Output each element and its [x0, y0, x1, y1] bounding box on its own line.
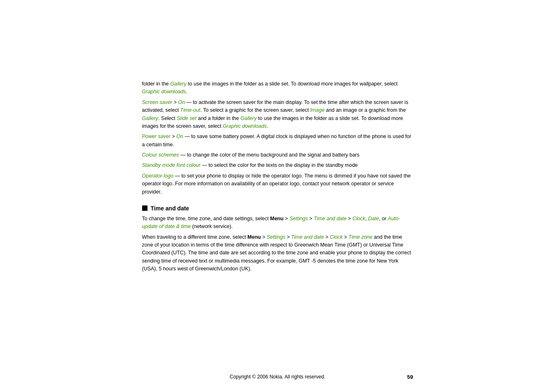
date-link: Date [368, 216, 379, 221]
operator-logo-label: Operator logo [142, 173, 173, 179]
page-number: 59 [407, 374, 413, 380]
footer: Copyright © 2006 Nokia. All rights reser… [0, 367, 555, 392]
colour-schemes-label: Colour schemes [142, 152, 179, 158]
graphic-downloads-link-1: Graphic downloads [142, 89, 186, 95]
gallery-link-1: Gallery [170, 81, 187, 87]
clock-link-2: Clock [330, 234, 343, 240]
power-saver-label: Power saver [142, 134, 170, 139]
clock-link-1: Clock [352, 216, 365, 221]
paragraph-colour-schemes: Colour schemes — to change the color of … [142, 151, 413, 159]
section-title: Time and date [151, 205, 189, 212]
image-label: Image [310, 107, 325, 113]
menu-label-1: Menu [270, 216, 284, 221]
screen-saver-label: Screen saver [142, 99, 173, 105]
paragraph-power-saver: Power saver > On — to save some battery … [142, 133, 413, 149]
footer-inner: Copyright © 2006 Nokia. All rights reser… [142, 374, 413, 380]
paragraph-gallery: folder in the Gallery to use the images … [142, 80, 413, 96]
section-square-icon [142, 205, 147, 211]
gallery-link-2: Gallery [142, 115, 159, 121]
section-heading-time-and-date: Time and date [142, 205, 413, 212]
paragraph-operator-logo: Operator logo — to set your phone to dis… [142, 172, 413, 196]
paragraph-screen-saver: Screen saver > On — to activate the scre… [142, 99, 413, 131]
time-and-date-link-2: Time and date [291, 234, 324, 240]
on-label-1: On [178, 99, 185, 105]
copyright-text: Copyright © 2006 Nokia. All rights reser… [142, 374, 413, 380]
gallery-link-3: Gallery [240, 115, 257, 121]
slide-set-label: Slide set [177, 115, 196, 121]
on-label-2: On [176, 134, 183, 139]
time-and-date-link-1: Time and date [314, 216, 347, 221]
content-area: folder in the Gallery to use the images … [142, 0, 413, 367]
page: folder in the Gallery to use the images … [0, 0, 555, 392]
section-paragraph-2: When traveling to a different time zone,… [142, 233, 413, 273]
settings-link-2: Settings [267, 234, 285, 240]
menu-label-2: Menu [247, 234, 261, 240]
time-out-label: Time-out [180, 107, 200, 113]
graphic-downloads-link-2: Graphic downloads [223, 123, 267, 129]
standby-mode-font-label: Standby mode font colour [142, 162, 200, 168]
section-paragraph-1: To change the time, time zone, and date … [142, 215, 413, 231]
settings-link-1: Settings [289, 216, 308, 221]
paragraph-standby-font: Standby mode font colour — to select the… [142, 161, 413, 169]
time-zone-link: Time zone [348, 234, 372, 240]
